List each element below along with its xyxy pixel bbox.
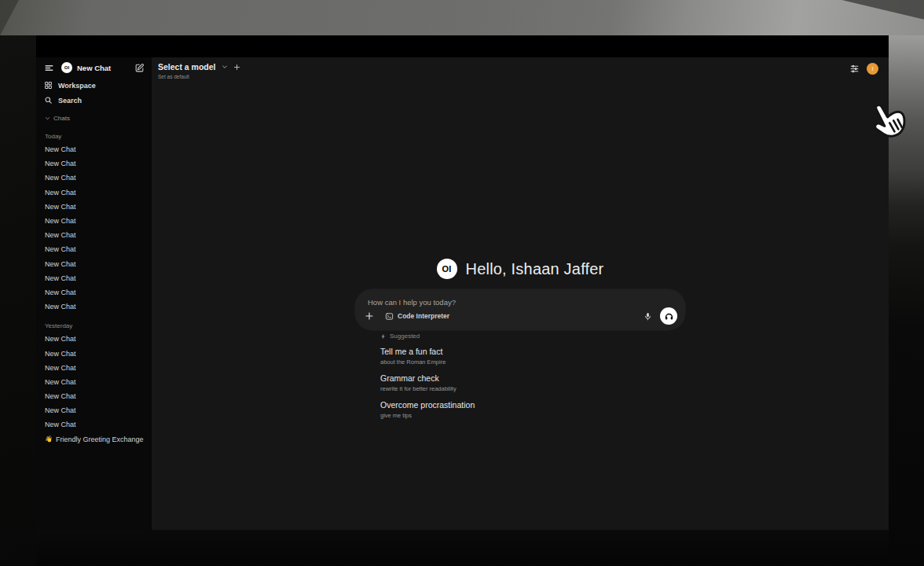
suggestion-subtitle: about the Roman Empire [380, 358, 475, 366]
chevron-down-icon [222, 64, 228, 70]
chevron-down-icon [45, 116, 50, 121]
chat-item[interactable]: New Chat [36, 361, 152, 375]
suggestion-subtitle: rewrite it for better readability [380, 385, 475, 392]
model-selector-label: Select a model [158, 62, 216, 72]
search-label: Search [58, 97, 82, 105]
suggested-label: Suggested [390, 333, 420, 340]
chat-item[interactable]: New Chat [36, 228, 152, 242]
chats-label: Chats [53, 115, 70, 122]
suggestions-section: Suggested Tell me a fun fact about the R… [380, 333, 475, 427]
code-interpreter-label: Code Interpreter [398, 312, 449, 320]
controls-sliders-icon[interactable] [849, 64, 860, 74]
wave-emoji: 👋 [45, 436, 53, 443]
workspace-label: Workspace [58, 82, 96, 90]
suggestion-title: Tell me a fun fact [380, 347, 475, 356]
terminal-icon [385, 312, 394, 321]
chat-item[interactable]: New Chat [36, 285, 152, 300]
suggestion-item[interactable]: Tell me a fun fact about the Roman Empir… [380, 347, 475, 366]
chat-list: New Chat New Chat New Chat New Chat New … [36, 332, 152, 432]
suggestion-item[interactable]: Overcome procrastination give me tips [380, 400, 475, 419]
suggestion-subtitle: give me tips [380, 412, 475, 419]
attach-plus-icon[interactable] [365, 311, 374, 321]
header-actions: I [849, 63, 878, 75]
sidebar-item-search[interactable]: Search [36, 93, 152, 108]
section-label: Yesterday [36, 319, 152, 332]
chat-input-card: How can I help you today? Code Interpret… [355, 289, 685, 330]
chat-section: Today New Chat New Chat New Chat New Cha… [36, 130, 152, 314]
new-chat-icon[interactable] [134, 63, 145, 73]
chat-item-named[interactable]: 👋 Friendly Greeting Exchange [36, 432, 152, 447]
model-selector-button[interactable]: Select a model [158, 62, 240, 72]
suggestion-title: Grammar check [380, 373, 475, 383]
desktop-wallpaper-right [889, 35, 924, 566]
microphone-icon[interactable] [644, 312, 652, 321]
greeting-row: OI Hello, Ishaan Jaffer [152, 259, 889, 279]
voice-call-button[interactable] [660, 307, 677, 325]
chat-item[interactable]: New Chat [36, 346, 152, 360]
desktop-wallpaper-bottom [36, 530, 889, 566]
chat-sections: Today New Chat New Chat New Chat New Cha… [36, 130, 152, 432]
desktop-wallpaper-top [0, 0, 924, 35]
chat-item[interactable]: New Chat [36, 389, 152, 403]
search-icon [44, 96, 53, 105]
chat-input[interactable]: How can I help you today? [368, 298, 666, 307]
app-logo: OI [437, 259, 457, 279]
bolt-icon [380, 333, 387, 340]
chats-section-toggle[interactable]: Chats [36, 112, 152, 124]
window-top-strip [36, 35, 889, 57]
code-interpreter-toggle[interactable]: Code Interpreter [385, 312, 449, 321]
suggestions-list: Tell me a fun fact about the Roman Empir… [380, 347, 475, 419]
greeting-text: Hello, Ishaan Jaffer [466, 260, 604, 278]
sidebar-header: OI New Chat [36, 57, 152, 78]
chat-section: Yesterday New Chat New Chat New Chat New… [36, 319, 152, 432]
model-selector: Select a model Set as default [158, 62, 240, 79]
chat-item[interactable]: New Chat [36, 242, 152, 256]
chat-list: New Chat New Chat New Chat New Chat New … [36, 142, 152, 314]
chat-item[interactable]: New Chat [36, 271, 152, 285]
headphones-icon [664, 311, 674, 322]
sidebar: OI New Chat Workspace Search [36, 57, 152, 530]
app-logo: OI [61, 62, 72, 73]
named-chat-title: Friendly Greeting Exchange [56, 436, 144, 443]
section-label: Today [36, 130, 152, 142]
chat-item[interactable]: New Chat [36, 257, 152, 271]
add-model-icon[interactable] [233, 64, 240, 71]
suggestion-item[interactable]: Grammar check rewrite it for better read… [380, 373, 475, 392]
chat-item[interactable]: New Chat [36, 332, 152, 346]
chat-item[interactable]: New Chat [36, 375, 152, 389]
chat-item[interactable]: New Chat [36, 403, 152, 417]
sidebar-toggle-icon[interactable] [44, 63, 54, 73]
app-window: OI New Chat Workspace Search [36, 35, 889, 530]
sidebar-item-workspace[interactable]: Workspace [36, 78, 152, 93]
chat-item[interactable]: New Chat [36, 186, 152, 200]
suggested-header: Suggested [380, 333, 475, 340]
chat-item[interactable]: New Chat [36, 156, 152, 171]
set-default-link[interactable]: Set as default [158, 74, 240, 79]
main-panel: Select a model Set as default I OI [152, 57, 889, 530]
user-avatar[interactable]: I [867, 63, 878, 75]
chat-item[interactable]: New Chat [36, 171, 152, 185]
input-toolbar: Code Interpreter [365, 307, 677, 325]
chat-item[interactable]: New Chat [36, 214, 152, 228]
desktop-wallpaper-left [0, 35, 36, 566]
chat-item[interactable]: New Chat [36, 142, 152, 156]
suggestion-title: Overcome procrastination [380, 400, 475, 410]
sidebar-title: New Chat [77, 64, 134, 72]
chat-item[interactable]: New Chat [36, 200, 152, 214]
chat-item[interactable]: New Chat [36, 417, 152, 432]
chat-item[interactable]: New Chat [36, 300, 152, 314]
screen: OI New Chat Workspace Search [0, 0, 924, 566]
workspace-grid-icon [44, 81, 53, 90]
